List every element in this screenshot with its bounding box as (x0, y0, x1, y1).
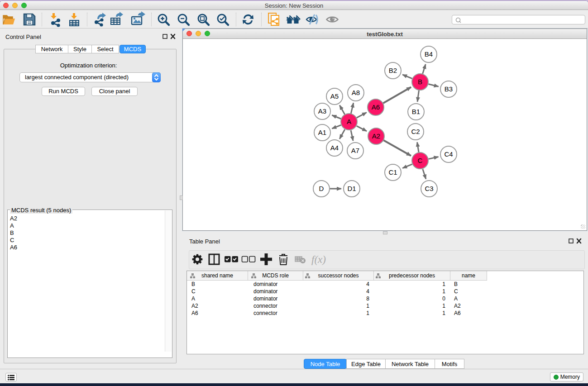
svg-text:f(x): f(x) (311, 254, 326, 265)
